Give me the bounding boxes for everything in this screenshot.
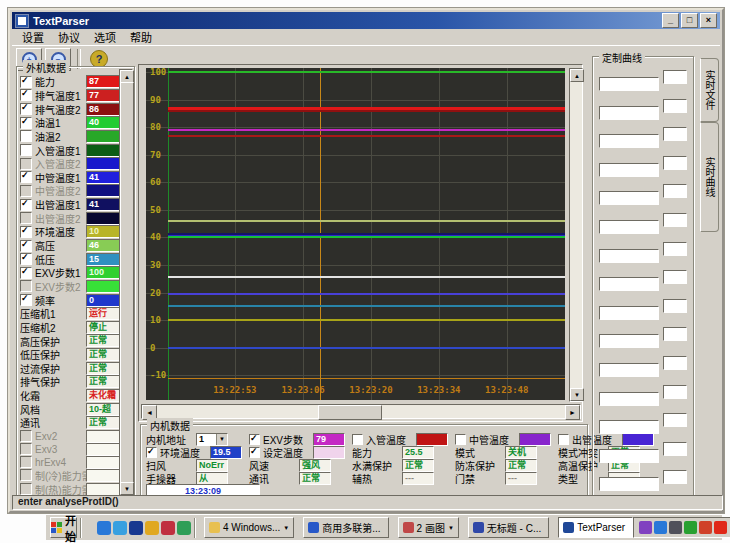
signal-checkbox[interactable] [20,158,32,170]
signal-checkbox[interactable] [20,130,32,142]
signal-checkbox[interactable] [455,434,466,445]
curve-name-input[interactable] [599,249,659,263]
scroll-right-icon[interactable]: ► [565,405,580,420]
curve-name-input[interactable] [599,306,659,320]
signal-value-badge[interactable]: 79 [313,433,345,446]
signal-value-badge[interactable]: NoErr [196,459,228,472]
minimize-icon[interactable]: _ [662,13,679,28]
maximize-icon[interactable]: □ [681,13,698,28]
signal-value-badge[interactable]: 正常 [505,459,537,472]
title-bar[interactable]: TextParser _ □ × [12,12,720,29]
curve-value-input[interactable] [663,127,687,141]
task-button[interactable]: 2 画图 ▼ [398,517,459,538]
signal-checkbox[interactable] [249,447,260,458]
scroll-down-icon[interactable]: ▼ [120,482,134,495]
signal-checkbox[interactable] [352,434,363,445]
curve-name-input[interactable] [599,420,659,434]
task-button[interactable]: 无标题 - C... [468,517,549,538]
curve-name-input[interactable] [599,449,659,463]
curve-value-input[interactable] [663,442,687,456]
tray-icon[interactable] [639,521,652,534]
task-button[interactable]: TextParser [558,517,633,538]
curve-name-input[interactable] [599,163,659,177]
curve-name-input[interactable] [599,220,659,234]
signal-checkbox[interactable] [20,294,32,306]
signal-checkbox[interactable] [20,185,32,197]
tab-realtime-curve[interactable]: 实时曲线 [700,122,719,232]
signal-value-badge[interactable]: 正常 [402,459,434,472]
scrollbar-thumb[interactable] [120,82,134,483]
curve-value-input[interactable] [663,270,687,284]
tray-icon[interactable] [699,521,712,534]
signal-value-badge[interactable]: 1 [196,433,228,446]
signal-checkbox[interactable] [20,443,32,455]
signal-value-badge[interactable]: --- [505,472,537,485]
outdoor-scrollbar[interactable]: ▲ ▼ [119,69,133,496]
curve-name-input[interactable] [599,334,659,348]
signal-checkbox[interactable] [558,434,569,445]
curve-name-input[interactable] [599,363,659,377]
scroll-up-icon[interactable]: ▲ [570,69,584,82]
tray-icon[interactable] [714,521,727,534]
signal-value-badge[interactable] [519,433,551,446]
menu-item[interactable]: 协议 [52,28,86,46]
menu-item[interactable]: 帮助 [124,28,158,46]
chart-horizontal-scrollbar[interactable]: ◄ ► [141,404,581,419]
curve-name-input[interactable] [599,477,659,491]
curve-name-input[interactable] [599,392,659,406]
signal-checkbox[interactable] [20,456,32,468]
curve-value-input[interactable] [663,213,687,227]
scroll-down-icon[interactable]: ▼ [570,388,584,401]
signal-checkbox[interactable] [20,103,32,115]
curve-value-input[interactable] [663,299,687,313]
quick-launch-icon[interactable] [145,521,159,535]
signal-checkbox[interactable] [20,144,32,156]
curve-value-input[interactable] [663,413,687,427]
realtime-curve-plot[interactable]: 1009080706050403020100-1013:22:5313:23:0… [146,68,565,400]
signal-checkbox[interactable] [20,117,32,129]
curve-value-input[interactable] [663,470,687,484]
curve-name-input[interactable] [599,134,659,148]
scrollbar-thumb[interactable] [318,405,382,420]
signal-checkbox[interactable] [20,280,32,292]
signal-checkbox[interactable] [20,89,32,101]
chart-vertical-scrollbar[interactable]: ▲ ▼ [569,68,583,402]
curve-value-input[interactable] [663,156,687,170]
close-icon[interactable]: × [700,13,717,28]
signal-value-badge[interactable] [416,433,448,446]
signal-checkbox[interactable] [20,199,32,211]
signal-checkbox[interactable] [20,483,32,495]
quick-launch-icon[interactable] [129,521,143,535]
curve-value-input[interactable] [663,184,687,198]
quick-launch-icon[interactable] [97,521,111,535]
curve-value-input[interactable] [663,327,687,341]
start-button[interactable]: 开始 [50,517,77,538]
signal-checkbox[interactable] [20,226,32,238]
signal-checkbox[interactable] [249,434,260,445]
menu-item[interactable]: 设置 [16,28,50,46]
signal-checkbox[interactable] [20,253,32,265]
tray-icon[interactable] [684,521,697,534]
curve-value-input[interactable] [663,242,687,256]
curve-value-input[interactable] [663,70,687,84]
menu-item[interactable]: 选项 [88,28,122,46]
signal-value-badge[interactable]: --- [402,472,434,485]
signal-checkbox[interactable] [20,76,32,88]
tab-realtime-file[interactable]: 实时文件 [700,58,719,122]
tray-icon[interactable] [669,521,682,534]
signal-value-badge[interactable]: 关机 [505,446,537,459]
signal-checkbox[interactable] [20,212,32,224]
signal-checkbox[interactable] [20,430,32,442]
curve-name-input[interactable] [599,277,659,291]
quick-launch-icon[interactable] [161,521,175,535]
signal-checkbox[interactable] [20,469,32,481]
curve-value-input[interactable] [663,99,687,113]
signal-value-badge[interactable]: 25.5 [402,446,434,459]
quick-launch-icon[interactable] [177,521,191,535]
tray-icon[interactable] [654,521,667,534]
signal-value-badge[interactable]: 正常 [299,472,331,485]
curve-value-input[interactable] [663,385,687,399]
signal-checkbox[interactable] [20,171,32,183]
task-button[interactable]: 4 Windows... ▼ [204,517,294,538]
signal-value-badge[interactable]: 19.5 [210,446,242,459]
